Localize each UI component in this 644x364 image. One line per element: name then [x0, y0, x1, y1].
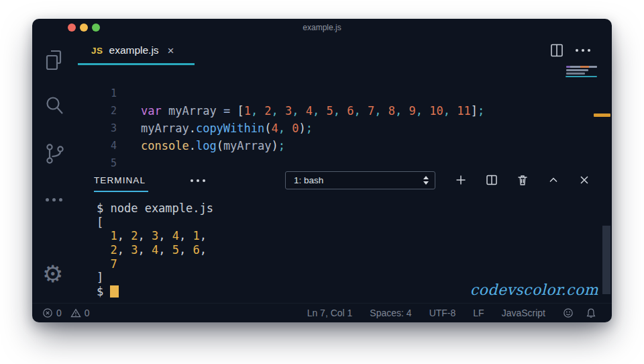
kill-terminal-trash-icon[interactable] — [516, 173, 529, 187]
watermark: codevscolor.com — [470, 281, 598, 298]
settings-gear-icon[interactable]: ⚙ — [42, 262, 63, 286]
page-background: example.js ⚙ JS example.js × — [0, 0, 644, 364]
cursor-position[interactable]: Ln 7, Col 1 — [307, 308, 353, 318]
terminal-line: 7 — [97, 257, 213, 271]
terminal-tab-underline — [94, 191, 148, 192]
terminal-scrollbar[interactable] — [602, 226, 610, 294]
terminal-line: 1, 2, 3, 4, 1, — [97, 229, 213, 243]
window-title: example.js — [32, 23, 612, 32]
maximize-panel-chevron-icon[interactable] — [547, 173, 560, 187]
status-bar: 0 0 Ln 7, Col 1 Spaces: 4 UTF-8 LF JavaS… — [32, 303, 612, 322]
panel-more-icon[interactable] — [191, 179, 205, 182]
editor-more-icon[interactable] — [576, 49, 590, 52]
javascript-file-icon: JS — [91, 46, 103, 56]
code-line: 2 myArray.copyWithin(4, 0); — [32, 85, 562, 102]
terminal-output[interactable]: $ node example.js [ 1, 2, 3, 4, 1, 2, 3,… — [97, 201, 213, 299]
close-panel-icon[interactable] — [578, 173, 591, 187]
editor-area[interactable]: 1 var myArray = [1, 2, 3, 4, 5, 6, 7, 8,… — [32, 66, 612, 167]
terminal-select[interactable]: 1: bash — [285, 171, 435, 189]
code-line: 5 — [32, 137, 562, 154]
eol-sequence[interactable]: LF — [473, 308, 484, 318]
code-line: 3 console.log(myArray); — [32, 102, 562, 120]
active-tab-underline — [78, 63, 195, 65]
tab-close-icon[interactable]: × — [168, 45, 174, 56]
select-arrows-icon — [423, 176, 435, 185]
warnings-count[interactable]: 0 — [85, 308, 90, 318]
code-line: 1 var myArray = [1, 2, 3, 4, 5, 6, 7, 8,… — [32, 67, 562, 85]
encoding[interactable]: UTF-8 — [429, 308, 456, 318]
notifications-bell-icon[interactable] — [586, 308, 596, 318]
errors-count[interactable]: 0 — [56, 308, 62, 318]
terminal-line: [ — [97, 216, 213, 230]
split-terminal-icon[interactable] — [485, 173, 498, 187]
vscode-window: example.js ⚙ JS example.js × — [32, 19, 612, 322]
terminal-line: 2, 3, 4, 5, 6, — [97, 243, 213, 257]
split-editor-icon[interactable] — [550, 43, 564, 58]
code-line: 4 — [32, 120, 562, 137]
language-mode[interactable]: JavaScript — [502, 308, 545, 318]
line-number: 5 — [32, 154, 117, 172]
terminal-prompt-line: $ — [97, 285, 213, 299]
feedback-smiley-icon[interactable] — [563, 308, 574, 318]
indentation[interactable]: Spaces: 4 — [370, 308, 411, 318]
tab-label: example.js — [109, 44, 159, 56]
warnings-icon[interactable] — [70, 308, 81, 318]
title-bar: example.js — [32, 19, 612, 36]
terminal-line: $ node example.js — [97, 201, 213, 216]
new-terminal-icon[interactable] — [454, 173, 468, 187]
tab-example-js[interactable]: JS example.js × — [78, 38, 195, 63]
errors-icon[interactable] — [42, 308, 53, 318]
terminal-line: ] — [97, 271, 213, 285]
terminal-select-value: 1: bash — [286, 175, 423, 185]
terminal-panel-tab[interactable]: TERMINAL — [94, 175, 146, 185]
